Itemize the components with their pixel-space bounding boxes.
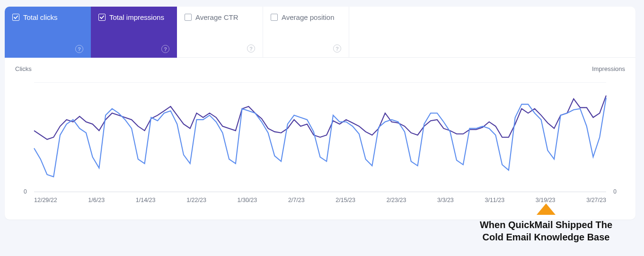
chart-lines bbox=[34, 82, 606, 192]
tab-label: Total clicks bbox=[23, 13, 58, 21]
checkbox-icon bbox=[12, 14, 19, 21]
x-tick-label: 1/30/23 bbox=[238, 197, 257, 203]
x-axis-labels: 12/29/221/6/231/14/231/22/231/30/232/7/2… bbox=[34, 197, 606, 203]
x-tick-label: 2/23/23 bbox=[387, 197, 406, 203]
performance-card: Total clicks ? Total impressions ? Avera… bbox=[5, 7, 635, 220]
tab-total-impressions[interactable]: Total impressions ? bbox=[91, 7, 177, 58]
x-tick-label: 3/19/23 bbox=[536, 197, 556, 203]
x-tick-label: 3/27/23 bbox=[586, 197, 606, 203]
y-axis-right-label: Impressions bbox=[592, 65, 625, 72]
x-tick-label: 1/6/23 bbox=[88, 197, 105, 203]
annotation-line2: Cold Email Knowledge Base bbox=[461, 231, 631, 243]
help-icon[interactable]: ? bbox=[247, 44, 255, 53]
tab-average-position[interactable]: Average position ? bbox=[263, 7, 349, 58]
x-tick-label: 2/7/23 bbox=[288, 197, 305, 203]
chart-plot[interactable]: 0 0 12/29/221/6/231/14/231/22/231/30/232… bbox=[34, 82, 606, 192]
x-tick-label: 1/14/23 bbox=[136, 197, 156, 203]
tab-label: Average position bbox=[282, 13, 334, 21]
x-tick-label: 2/15/23 bbox=[335, 197, 355, 203]
x-tick-label: 3/11/23 bbox=[485, 197, 504, 203]
tab-label: Average CTR bbox=[195, 13, 238, 21]
metric-tabs: Total clicks ? Total impressions ? Avera… bbox=[5, 7, 635, 58]
checkbox-icon bbox=[185, 14, 192, 21]
series-impressions bbox=[34, 96, 606, 140]
x-tick-label: 1/22/23 bbox=[186, 197, 206, 203]
checkbox-icon bbox=[271, 14, 278, 21]
y-right-zero: 0 bbox=[613, 188, 617, 195]
checkbox-icon bbox=[98, 14, 106, 21]
tab-total-clicks[interactable]: Total clicks ? bbox=[5, 7, 91, 58]
annotation-line1: When QuickMail Shipped The bbox=[461, 219, 631, 231]
help-icon[interactable]: ? bbox=[161, 45, 169, 53]
chart-area: Clicks Impressions 0 0 12/29/221/6/231/1… bbox=[5, 58, 635, 197]
tab-label: Total impressions bbox=[109, 13, 164, 21]
tabs-filler bbox=[349, 7, 635, 58]
annotation-callout: When QuickMail Shipped The Cold Email Kn… bbox=[461, 203, 631, 243]
y-left-zero: 0 bbox=[24, 188, 27, 195]
y-axis-left-label: Clicks bbox=[15, 65, 32, 72]
tab-average-ctr[interactable]: Average CTR ? bbox=[177, 7, 263, 58]
help-icon[interactable]: ? bbox=[75, 45, 83, 53]
x-tick-label: 12/29/22 bbox=[34, 197, 57, 203]
triangle-icon bbox=[537, 203, 556, 215]
x-tick-label: 3/3/23 bbox=[437, 197, 454, 203]
help-icon[interactable]: ? bbox=[333, 44, 341, 53]
